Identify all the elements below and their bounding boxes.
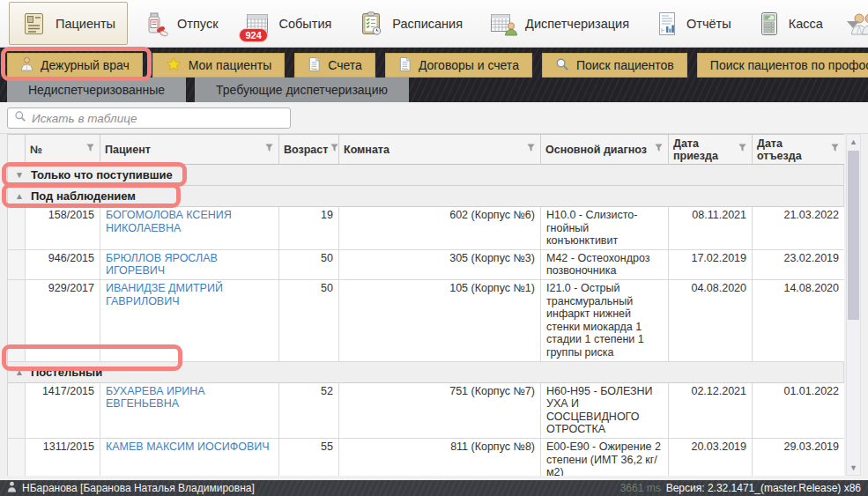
button-поиск-пациентов-по-профосмотрам[interactable]: Поиск пациентов по профосмотрам	[697, 53, 868, 78]
cell-arrival: 20.03.2019	[669, 439, 753, 476]
tab-отпуск[interactable]: Отпуск	[131, 2, 229, 45]
button-дежурный-врач[interactable]: Дежурный врач	[7, 53, 143, 78]
group-label: Под наблюдением	[31, 189, 136, 203]
patient-link[interactable]: БОГОМОЛОВА КСЕНИЯ НИКОЛАЕВНА	[106, 209, 232, 234]
collapse-icon[interactable]: ▲	[15, 191, 24, 201]
chevron-down-icon[interactable]	[847, 21, 859, 28]
vertical-scrollbar[interactable]: ▲ ▼	[846, 134, 861, 476]
scrollbar-thumb[interactable]	[848, 151, 859, 320]
group-label: Только что поступившие	[31, 168, 173, 181]
tab-label: События	[278, 17, 331, 31]
cell-room: 602 (Корпус №6)	[339, 207, 541, 250]
cell-diagnosis: H60-H95 - БОЛЕЗНИ УХА И СОСЦЕВИДНОГО ОТР…	[541, 383, 669, 439]
cell-num: 946/2015	[26, 250, 100, 280]
collapse-icon[interactable]: ▲	[15, 367, 24, 377]
table-row[interactable]: 929/2017ИВАНИДЗЕ ДМИТРИЙ ГАВРИЛОВИЧ50105…	[8, 280, 844, 362]
button-договоры-и-счета[interactable]: Договоры и счета	[385, 53, 532, 78]
top-nav-bar: ПациентыОтпуск924СобытияРасписанияДиспет…	[0, 0, 868, 48]
tab-label: Пациенты	[56, 17, 115, 31]
column-header-дата-приезда[interactable]: Дата приезда	[669, 135, 753, 165]
filter-icon[interactable]	[654, 143, 664, 156]
group-row-постельный[interactable]: ▲Постельный	[8, 362, 844, 383]
filter-icon[interactable]	[330, 143, 339, 156]
cell-arrival: 02.12.2021	[669, 383, 753, 439]
cashbox-icon	[758, 11, 781, 37]
cell-patient: БРЮЛЛОВ ЯРОСЛАВ ИГОРЕВИЧ	[100, 250, 279, 280]
button-мои-пациенты[interactable]: Мои пациенты	[152, 53, 286, 78]
events-icon: 924	[244, 11, 271, 37]
user-icon	[7, 481, 17, 495]
button-label: Договоры и счета	[419, 58, 519, 72]
table-row[interactable]: 1417/2015БУХАРЕВА ИРИНА ЕВГЕНЬЕВНА52751 …	[8, 383, 844, 439]
scroll-up-icon[interactable]: ▲	[847, 135, 860, 149]
table-search[interactable]	[7, 107, 291, 129]
column-header-комната[interactable]: Комната	[339, 135, 541, 165]
star-icon	[166, 56, 182, 75]
reports-icon	[656, 11, 679, 37]
cell-departure: 29.03.2019	[753, 439, 844, 476]
search-icon	[14, 110, 26, 126]
column-header-пациент[interactable]: Пациент	[100, 135, 279, 165]
button-счета[interactable]: Счета	[294, 53, 375, 78]
subtab-недиспетчеризованные[interactable]: Недиспетчеризованные	[7, 78, 186, 102]
document-icon	[398, 56, 412, 75]
button-label: Поиск пациентов по профосмотрам	[710, 58, 868, 72]
row-indicator	[8, 439, 26, 476]
patient-link[interactable]: БУХАРЕВА ИРИНА ЕВГЕНЬЕВНА	[106, 385, 205, 411]
column-header-возраст[interactable]: Возраст	[279, 135, 339, 165]
tab-события[interactable]: 924События	[233, 2, 343, 45]
column-header-[interactable]: №	[26, 135, 100, 165]
search-input[interactable]	[32, 112, 284, 125]
table-row[interactable]: 946/2015БРЮЛЛОВ ЯРОСЛАВ ИГОРЕВИЧ50305 (К…	[8, 250, 844, 280]
toolbar-band: Дежурный врачМои пациентыСчетаДоговоры и…	[0, 48, 868, 102]
table-header: №ПациентВозрастКомнатаОсновной диагнозДа…	[8, 135, 844, 165]
column-label: Пациент	[105, 144, 151, 156]
filter-icon[interactable]	[738, 143, 747, 156]
patient-link[interactable]: КАМЕВ МАКСИМ ИОСИФОВИЧ	[106, 440, 270, 453]
cell-departure: 01.01.2022	[753, 383, 844, 439]
current-user: НБаранова [Баранова Наталья Владимировна…	[22, 482, 255, 494]
filter-icon[interactable]	[264, 143, 274, 156]
column-label: Дата приезда	[673, 137, 736, 162]
table-row[interactable]: 1311/2015КАМЕВ МАКСИМ ИОСИФОВИЧ55811 (Ко…	[8, 439, 844, 476]
cell-arrival: 04.08.2020	[669, 280, 753, 362]
column-header-основной-диагноз[interactable]: Основной диагноз	[541, 135, 669, 165]
group-row-только-что-поступившие[interactable]: ▼Только что поступившие	[8, 165, 844, 186]
tab-расписания[interactable]: Расписания	[346, 2, 474, 45]
scroll-down-icon[interactable]: ▼	[847, 461, 860, 475]
document-icon	[308, 56, 321, 75]
filter-icon[interactable]	[85, 143, 95, 156]
cell-arrival: 17.02.2019	[669, 250, 753, 280]
cell-diagnosis: H10.0 - Слизисто-гнойный конъюнктивит	[541, 207, 669, 250]
tab-label: Диспетчеризация	[525, 17, 629, 31]
toolbar: Дежурный врачМои пациентыСчетаДоговоры и…	[7, 53, 868, 78]
tab-пациенты[interactable]: Пациенты	[9, 2, 128, 45]
table-row[interactable]: 158/2015БОГОМОЛОВА КСЕНИЯ НИКОЛАЕВНА1960…	[8, 207, 844, 250]
row-indicator	[8, 250, 26, 280]
tab-диспетчеризация[interactable]: Диспетчеризация	[478, 2, 641, 45]
cell-room: 751 (Корпус №7)	[339, 383, 541, 439]
column-label: Дата отъезда	[757, 137, 828, 162]
tab-label: Отчёты	[686, 17, 731, 31]
button-поиск-пациентов[interactable]: Поиск пациентов	[542, 53, 687, 78]
cell-patient: БОГОМОЛОВА КСЕНИЯ НИКОЛАЕВНА	[100, 207, 279, 250]
column-label: Возраст	[284, 144, 328, 156]
cell-age: 52	[279, 383, 339, 439]
filter-icon[interactable]	[830, 143, 840, 156]
column-header-дата-отъезда[interactable]: Дата отъезда	[753, 135, 844, 165]
cell-num: 1311/2015	[26, 439, 100, 476]
patient-link[interactable]: БРЮЛЛОВ ЯРОСЛАВ ИГОРЕВИЧ	[106, 252, 218, 278]
expand-icon[interactable]: ▼	[15, 170, 24, 180]
filter-icon[interactable]	[526, 143, 536, 156]
group-row-под-наблюдением[interactable]: ▲Под наблюдением	[8, 186, 844, 207]
tab-касса[interactable]: Касса	[746, 2, 835, 45]
cell-num: 1417/2015	[26, 383, 100, 439]
cell-age: 55	[279, 439, 339, 476]
search-strip	[0, 102, 868, 134]
version-label: Версия: 2.32.1471_(master.Release) x86	[666, 482, 861, 494]
cell-departure: 23.02.2019	[753, 250, 844, 280]
patient-link[interactable]: ИВАНИДЗЕ ДМИТРИЙ ГАВРИЛОВИЧ	[106, 282, 223, 307]
tab-отчёты[interactable]: Отчёты	[644, 2, 743, 45]
tab-label: Отпуск	[177, 17, 218, 31]
subtab-требующие-диспетчеризацию[interactable]: Требующие диспетчеризацию	[195, 78, 409, 102]
